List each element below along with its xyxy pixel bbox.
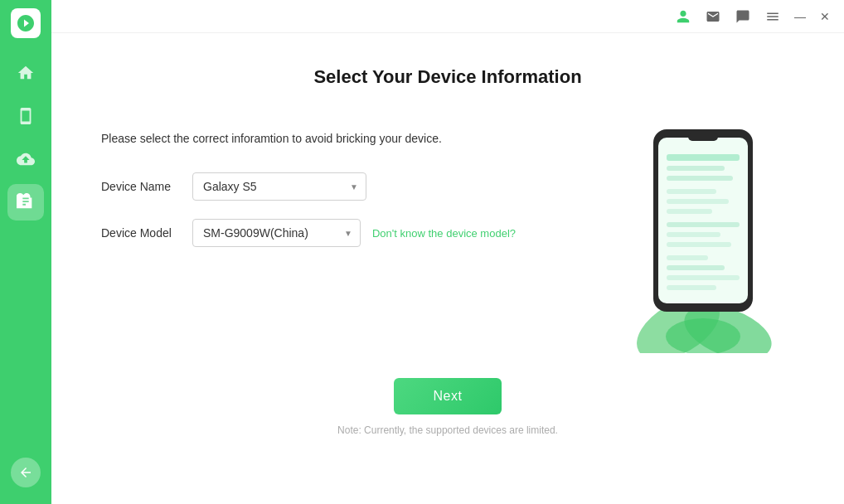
- sidebar-item-home[interactable]: [7, 55, 44, 91]
- device-model-label: Device Model: [101, 226, 192, 240]
- sidebar-nav: [7, 55, 44, 458]
- device-name-label: Device Name: [101, 180, 192, 193]
- back-button[interactable]: [11, 458, 41, 487]
- form-section: Please select the correct inforamtion to…: [101, 129, 516, 265]
- minimize-button[interactable]: —: [791, 7, 809, 26]
- svg-rect-7: [667, 166, 725, 171]
- device-name-row: Device Name Galaxy S5 ▼: [101, 172, 516, 201]
- phone-illustration: [628, 113, 794, 345]
- device-name-select-wrapper: Galaxy S5 ▼: [192, 172, 366, 201]
- logo-icon: [16, 13, 36, 33]
- device-model-select[interactable]: SM-G9009W(China): [192, 219, 361, 247]
- svg-rect-17: [667, 275, 740, 280]
- svg-rect-10: [667, 199, 729, 204]
- device-model-select-wrapper: SM-G9009W(China) ▼: [192, 219, 361, 247]
- svg-rect-15: [667, 255, 708, 260]
- device-model-row: Device Model SM-G9009W(China) ▼ Don't kn…: [101, 219, 516, 247]
- sidebar: [0, 0, 51, 504]
- dont-know-link[interactable]: Don't know the device model?: [372, 227, 516, 240]
- svg-rect-12: [667, 222, 740, 227]
- next-button[interactable]: Next: [394, 378, 502, 414]
- user-icon-btn[interactable]: [672, 5, 695, 28]
- phone-svg: [628, 113, 778, 353]
- svg-rect-13: [667, 232, 720, 237]
- svg-rect-18: [667, 285, 716, 290]
- titlebar: — ✕: [51, 0, 844, 33]
- main-panel: — ✕ Select Your Device Information Pleas…: [51, 0, 844, 504]
- chat-icon-btn[interactable]: [731, 5, 754, 28]
- close-button[interactable]: ✕: [816, 7, 834, 26]
- action-area: Next Note: Currently, the supported devi…: [101, 378, 794, 436]
- device-name-select[interactable]: Galaxy S5: [192, 172, 366, 201]
- sidebar-item-backup[interactable]: [7, 141, 44, 177]
- page-title: Select Your Device Information: [313, 66, 581, 88]
- sidebar-item-device[interactable]: [7, 98, 44, 134]
- svg-rect-6: [667, 154, 740, 161]
- svg-point-2: [666, 318, 740, 353]
- svg-rect-16: [667, 265, 725, 270]
- svg-rect-11: [667, 209, 712, 214]
- svg-rect-5: [688, 133, 718, 141]
- note-text: Note: Currently, the supported devices a…: [337, 424, 558, 436]
- sidebar-item-toolkit[interactable]: [7, 184, 44, 220]
- svg-rect-8: [667, 176, 733, 181]
- menu-icon-btn[interactable]: [761, 5, 784, 28]
- svg-rect-14: [667, 242, 731, 247]
- instruction-text: Please select the correct inforamtion to…: [101, 129, 516, 148]
- app-logo[interactable]: [11, 8, 41, 38]
- content-body: Please select the correct inforamtion to…: [101, 129, 794, 345]
- mail-icon-btn[interactable]: [701, 5, 725, 28]
- svg-rect-9: [667, 189, 716, 194]
- content-area: Select Your Device Information Please se…: [51, 33, 844, 504]
